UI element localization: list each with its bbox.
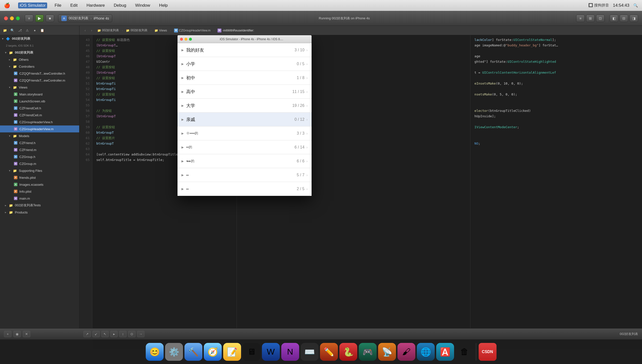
navigator-toggle[interactable]: ◧ <box>610 15 618 22</box>
close-button[interactable] <box>4 16 8 20</box>
sim-group-row-relatives[interactable]: ▶ 亲戚 0 / 12 › <box>177 112 312 126</box>
menu-debug[interactable]: Debug <box>112 2 128 8</box>
breadcrumb-item-root-folder[interactable]: 📁 002好友列表 <box>96 28 120 33</box>
sidebar-item-czfriend-h[interactable]: H CZFriend.h <box>0 139 79 146</box>
sidebar-item-views[interactable]: ▾ 📁 Views <box>0 84 79 91</box>
sidebar-item-supporting[interactable]: ▾ 📁 Supporting Files <box>0 167 79 174</box>
sidebar-item-czgroup-h[interactable]: H CZGroup.h <box>0 153 79 160</box>
sidebar-item-group-header-m[interactable]: M CZGroupHeaderView.m <box>0 126 79 132</box>
sim-group-row-middle[interactable]: ▶ 初中 1 / 8 › <box>177 71 312 85</box>
dock-terminal[interactable]: 🖥 <box>243 343 260 361</box>
sidebar-item-file-vc-m[interactable]: M CZQQFriendsT...ewController.m <box>0 77 79 84</box>
sidebar-report[interactable]: 📋 <box>39 28 45 33</box>
sim-group-row-group11[interactable]: ▶ ▪▪ 2 / 5 › <box>177 182 312 196</box>
sidebar-item-tests[interactable]: ▸ 📁 002好友列表Tests <box>0 202 79 209</box>
stop-button[interactable]: ■ <box>46 15 54 22</box>
sidebar-item-friend-cell-h[interactable]: H CZFriendCell.h <box>0 105 79 112</box>
sidebar-warnings[interactable]: ⚠ <box>24 28 30 33</box>
sidebar-item-others[interactable]: ▸ 📁 Others <box>0 56 79 63</box>
menu-edit[interactable]: Edit <box>69 2 79 8</box>
dock-app-store[interactable]: 🅰️ <box>436 343 454 361</box>
maximize-button[interactable] <box>16 16 20 20</box>
sidebar-item-czfriend-m[interactable]: M CZFriend.m <box>0 146 79 153</box>
sim-group-row-group10[interactable]: ▶ ▪▪ 5 / 7 › <box>177 168 312 182</box>
menu-window[interactable]: Window <box>134 2 151 8</box>
sim-group-row-elementary[interactable]: ▶ 小学 0 / 5 › <box>177 57 312 71</box>
editor-assistant[interactable]: ⊞ <box>586 15 595 22</box>
dock-iterm[interactable]: ⌨️ <box>301 343 319 361</box>
sidebar-item-friends-plist[interactable]: P friends.plist <box>0 174 79 181</box>
dock-pen[interactable]: ✏️ <box>320 343 338 361</box>
dock-python[interactable]: 🐍 <box>339 343 357 361</box>
dock-finder[interactable]: 😊 <box>146 343 164 361</box>
sidebar-git[interactable]: ⎇ <box>17 28 23 33</box>
sidebar-item-main-m[interactable]: M main.m <box>0 195 79 202</box>
dock-filezilla[interactable]: 📡 <box>378 343 396 361</box>
sim-minimize[interactable] <box>184 38 187 41</box>
breadcrumb-item-views[interactable]: 📁 Views <box>153 28 168 33</box>
sidebar-item-friend-cell-m[interactable]: M CZFriendCell.m <box>0 112 79 118</box>
clear-button[interactable]: ✕ <box>23 331 30 337</box>
sidebar-item-products[interactable]: ▸ 📁 Products <box>0 209 79 216</box>
sim-group-row-group7[interactable]: ▶ ※▪▪▪▪的 3 / 3 › <box>177 126 312 140</box>
sim-group-row-group9[interactable]: ▶ ▪▸▸的 6 / 6 › <box>177 154 312 168</box>
debug-toggle[interactable]: ⊟ <box>620 15 628 22</box>
sidebar-search[interactable]: 🔍 <box>10 28 15 33</box>
dock-system-prefs[interactable]: ⚙️ <box>165 343 183 361</box>
sidebar-item-file-vc-h[interactable]: H CZQQFriendsT...iewController.h <box>0 70 79 77</box>
continue[interactable]: ▸ <box>110 331 118 337</box>
step-over[interactable]: ↗ <box>83 331 91 337</box>
sidebar-folder-icon[interactable]: 📁 <box>2 28 8 33</box>
breadcrumb-item-sub-folder[interactable]: 📁 002好友列表 <box>124 28 149 33</box>
sim-group-row-high[interactable]: ▶ 高中 11 / 15 › <box>177 85 312 99</box>
breadcrumb-item-file[interactable]: M CZGroupHeaderView.m <box>172 28 212 33</box>
breadcrumb-item-method[interactable]: M -initWithReuseIdentifier: <box>216 28 256 33</box>
apple-menu[interactable]: 🍎 <box>4 2 10 8</box>
sidebar-item-launch-xib[interactable]: X LaunchScreen.xib <box>0 98 79 105</box>
debug-circle[interactable]: ◉ <box>14 331 21 337</box>
sim-close[interactable] <box>180 38 183 41</box>
run-button[interactable]: ▶ <box>35 15 44 22</box>
sim-group-row-friends[interactable]: ▶ 我的好友 3 / 10 › <box>177 43 312 57</box>
sim-maximize[interactable] <box>189 38 192 41</box>
jump-back[interactable]: → <box>137 331 144 337</box>
scheme-selector[interactable]: A 002好友列表 › iPhone 4s <box>58 14 112 22</box>
code-editor[interactable]: 43 44 45 46 47 48 49 50 51 52 53 54 55 5… <box>79 35 642 349</box>
editor-standard[interactable]: ≡ <box>576 15 585 22</box>
utilities-toggle[interactable]: ◨ <box>629 15 638 22</box>
dock-csdn[interactable]: CSDN <box>479 343 497 361</box>
step-in[interactable]: ↙ <box>92 331 100 337</box>
frame-step[interactable]: ↕ <box>119 331 127 337</box>
jump[interactable]: ⊙ <box>128 331 136 337</box>
sidebar-item-info-plist[interactable]: P Info.plist <box>0 188 79 195</box>
sidebar-item-root-project[interactable]: ▾ 🔷 002好友列表 <box>0 35 79 42</box>
menu-hardware[interactable]: Hardware <box>85 2 107 8</box>
dock-safari[interactable]: 🧭 <box>204 343 222 361</box>
sim-group-row-university[interactable]: ▶ 大学 19 / 26 › <box>177 99 312 112</box>
sidebar-item-group-header-h[interactable]: H CZGroupHeaderView.h <box>0 118 79 126</box>
forward-button[interactable]: › <box>89 28 94 33</box>
dock-notes[interactable]: 📝 <box>223 343 241 361</box>
dock-game[interactable]: 🎮 <box>359 343 377 361</box>
back-button[interactable]: ‹ <box>82 28 88 33</box>
sidebar-item-main-storyboard[interactable]: S Main.storyboard <box>0 91 79 98</box>
dock-onenote[interactable]: N <box>281 343 299 361</box>
sidebar-breakpoints[interactable]: ● <box>32 28 38 33</box>
code-content-right[interactable]: lackColor] forState:UIControlStateNormal… <box>470 35 642 349</box>
sim-group-row-group8[interactable]: ▶ ▪▪的 6 / 14 › <box>177 140 312 154</box>
sidebar-item-models[interactable]: ▾ 📁 Models <box>0 132 79 139</box>
sidebar-item-controllers[interactable]: ▾ 📁 Controllers <box>0 63 79 70</box>
menu-ios-simulator[interactable]: iOS Simulator <box>18 2 47 8</box>
search-icon[interactable]: 🔍 <box>633 3 638 8</box>
step-out[interactable]: ↖ <box>101 331 109 337</box>
dock-word[interactable]: W <box>262 343 280 361</box>
dock-brush[interactable]: 🖌 <box>397 343 415 361</box>
dock-trash[interactable]: 🗑 <box>456 343 474 361</box>
sidebar-toggle[interactable]: ≡ <box>25 15 33 22</box>
menu-help[interactable]: Help <box>158 2 169 8</box>
sidebar-item-images-xcassets[interactable]: A Images.xcassets <box>0 181 79 188</box>
minimize-button[interactable] <box>10 16 14 20</box>
sidebar-item-czgroup-m[interactable]: M CZGroup.m <box>0 160 79 167</box>
sidebar-item-main-group[interactable]: ▾ 📁 002好友列表 <box>0 49 79 56</box>
add-button[interactable]: + <box>4 331 12 337</box>
